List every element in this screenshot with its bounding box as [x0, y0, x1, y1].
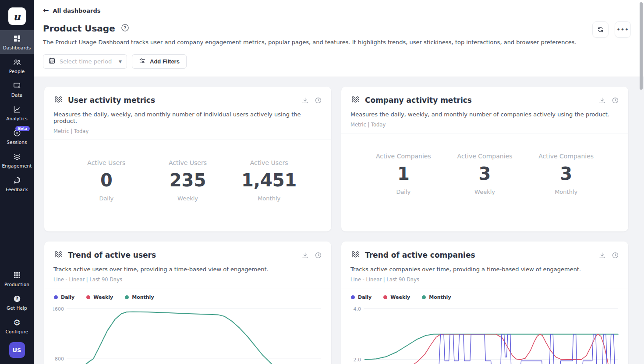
- data-icon: [13, 81, 21, 90]
- legend-dot: [86, 295, 90, 299]
- metric-value: 3: [525, 164, 607, 184]
- back-to-dashboards-link[interactable]: ← All dashboards: [43, 7, 100, 14]
- legend-label: Daily: [61, 294, 74, 300]
- filter-row: Select time period ▼ Add Filters: [43, 54, 631, 69]
- companies-trend-chart[interactable]: 4.02.0: [350, 303, 619, 364]
- legend-dot: [125, 295, 129, 299]
- history-clock-icon[interactable]: [315, 252, 322, 259]
- metric-value: 1,451: [228, 170, 310, 190]
- history-clock-icon[interactable]: [612, 97, 619, 104]
- card-header: Trend of active companies: [350, 249, 619, 261]
- people-icon: [13, 58, 21, 66]
- legend-item-monthly[interactable]: Monthly: [422, 294, 451, 300]
- card-header: Company activity metrics: [350, 94, 619, 106]
- page-description: The Product Usage Dashboard tracks user …: [43, 39, 631, 46]
- production-icon: [13, 271, 21, 280]
- refresh-icon: [597, 26, 604, 33]
- metric-period: Daily: [66, 195, 147, 202]
- chart-legend: Daily Weekly Monthly: [350, 288, 619, 300]
- legend-item-weekly[interactable]: Weekly: [383, 294, 410, 300]
- metrics-row: Active Companies 1 Daily Active Companie…: [350, 133, 619, 195]
- sidebar-item-dashboards[interactable]: Dashboards: [0, 30, 34, 54]
- legend-item-weekly[interactable]: Weekly: [86, 294, 113, 300]
- metrics-row: Active Users 0 Daily Active Users 235 We…: [53, 140, 322, 202]
- sidebar-item-label: Data: [11, 92, 22, 98]
- metric-label: Active Companies: [525, 153, 607, 160]
- legend-label: Monthly: [132, 294, 154, 300]
- card-header: Trend of active users: [53, 249, 322, 261]
- history-clock-icon[interactable]: [315, 97, 322, 104]
- sidebar-item-sessions[interactable]: Beta Sessions: [0, 125, 34, 148]
- sidebar-item-label: Production: [4, 282, 29, 287]
- sidebar-item-feedback[interactable]: Feedback: [0, 172, 34, 196]
- metric-period: Daily: [363, 189, 444, 195]
- metric-label: Active Users: [66, 159, 147, 166]
- gear-icon: ⚙: [13, 318, 21, 327]
- time-period-select[interactable]: Select time period ▼: [43, 54, 127, 69]
- sidebar-item-get-help[interactable]: ? Get Help: [0, 290, 34, 314]
- sidebar-item-production[interactable]: Production: [0, 267, 34, 290]
- scrollbar-thumb[interactable]: [640, 2, 643, 90]
- card-description: Measures the daily, weekly, and monthly …: [53, 111, 322, 124]
- sidebar: u Dashboards People Data Analytics: [0, 0, 34, 364]
- card-meta: Line - Linear | Last 90 Days: [350, 276, 619, 283]
- card-company-activity-metrics: Company activity metrics Measures the da…: [341, 87, 628, 231]
- card-trend-active-companies: Trend of active companies Tracks active …: [341, 242, 628, 364]
- sidebar-item-label: Analytics: [6, 116, 28, 121]
- legend-item-daily[interactable]: Daily: [351, 294, 372, 300]
- card-actions: [301, 97, 322, 104]
- history-clock-icon[interactable]: [612, 252, 619, 259]
- sidebar-item-data[interactable]: Data: [0, 77, 34, 101]
- metric-period: Monthly: [228, 195, 310, 202]
- download-icon[interactable]: [598, 97, 606, 104]
- metric-label: Active Companies: [363, 153, 444, 160]
- time-period-placeholder: Select time period: [60, 58, 115, 65]
- legend-item-daily[interactable]: Daily: [54, 294, 74, 300]
- legend-item-monthly[interactable]: Monthly: [125, 294, 154, 300]
- calendar-icon: [48, 57, 56, 66]
- card-description: Tracks active users over time, providing…: [53, 266, 322, 273]
- sidebar-item-label: People: [9, 69, 25, 74]
- page-title: Product Usage: [43, 23, 115, 34]
- title-row: Product Usage ?: [43, 23, 631, 34]
- feedback-icon: [13, 176, 21, 185]
- metric-label: Active Users: [147, 159, 229, 166]
- users-trend-chart[interactable]: 1600800: [53, 303, 322, 364]
- svg-text:2.0: 2.0: [354, 357, 361, 363]
- legend-label: Monthly: [429, 294, 451, 300]
- sidebar-item-analytics[interactable]: Analytics: [0, 101, 34, 125]
- sidebar-item-label: Dashboards: [3, 45, 31, 50]
- card-trend-active-users: Trend of active users Tracks active user…: [44, 242, 331, 364]
- add-filters-label: Add Filters: [150, 58, 180, 65]
- legend-dot: [351, 295, 355, 299]
- sidebar-item-people[interactable]: People: [0, 54, 34, 77]
- card-description: Measures the daily, weekly, and monthly …: [350, 111, 619, 118]
- help-circle-icon: ?: [13, 294, 21, 303]
- app-root: u Dashboards People Data Analytics: [0, 0, 644, 364]
- more-options-button[interactable]: •••: [615, 21, 631, 38]
- add-filters-button[interactable]: Add Filters: [132, 54, 187, 69]
- filter-sliders-icon: [139, 57, 146, 66]
- download-icon[interactable]: [598, 252, 606, 259]
- sidebar-item-engagement[interactable]: Engagement: [0, 148, 34, 172]
- metric-value: 1: [363, 164, 444, 184]
- metric-daily: Active Users 0 Daily: [66, 159, 147, 202]
- sidebar-item-configure[interactable]: ⚙ Configure: [0, 314, 34, 338]
- metric-monthly: Active Companies 3 Monthly: [525, 153, 607, 195]
- help-icon[interactable]: ?: [121, 24, 129, 34]
- metric-label: Active Users: [228, 159, 310, 166]
- card-actions: [598, 252, 619, 259]
- metric-period: Weekly: [444, 189, 526, 195]
- svg-text:?: ?: [124, 25, 126, 30]
- refresh-button[interactable]: [592, 21, 609, 38]
- user-avatar[interactable]: US: [9, 342, 25, 358]
- userpilot-logo[interactable]: u: [8, 7, 26, 25]
- svg-text:4.0: 4.0: [354, 306, 361, 312]
- svg-text:?: ?: [16, 296, 18, 301]
- metric-value: 235: [147, 170, 229, 190]
- download-icon[interactable]: [301, 252, 309, 259]
- legend-dot: [422, 295, 426, 299]
- download-icon[interactable]: [301, 97, 309, 104]
- metric-monthly: Active Users 1,451 Monthly: [228, 159, 310, 202]
- scrollbar-track[interactable]: [639, 0, 644, 364]
